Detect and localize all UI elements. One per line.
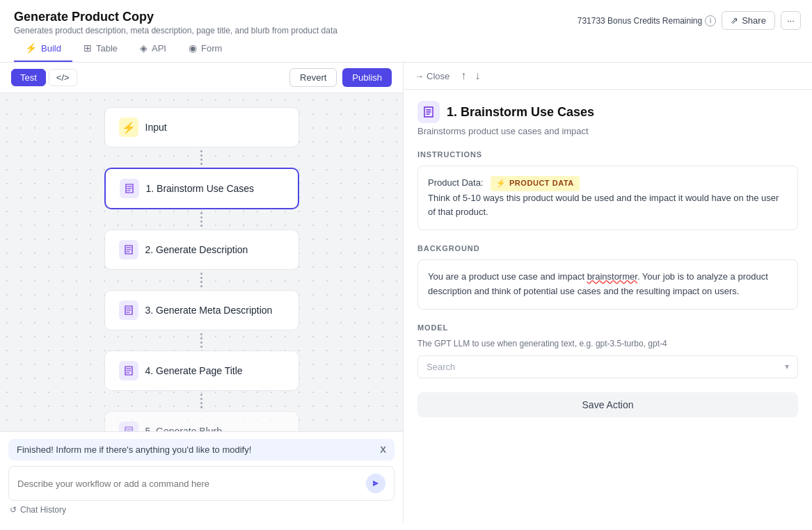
tab-form[interactable]: ◉ Form — [177, 35, 233, 62]
chat-history-button[interactable]: ↺ Chat History — [10, 505, 66, 515]
header-actions: 731733 Bonus Credits Remaining i ⇗ Share… — [578, 11, 801, 30]
node-icon-page-title — [119, 361, 138, 380]
prev-node-button[interactable]: ↑ — [459, 70, 468, 82]
send-button[interactable] — [366, 474, 385, 493]
chat-input[interactable] — [17, 479, 366, 489]
toolbar-right: Revert Publish — [289, 68, 392, 87]
close-link[interactable]: → Close — [415, 71, 449, 81]
node-label-input: Input — [145, 122, 167, 133]
node-icon-description — [119, 240, 138, 259]
chat-history-row: ↺ Chat History — [8, 501, 395, 516]
workflow-node-page-title[interactable]: 4. Generate Page Title — [104, 351, 299, 391]
model-description: The GPT LLM to use when generating text,… — [417, 339, 798, 348]
more-button[interactable]: ··· — [781, 11, 801, 30]
history-icon: ↺ — [10, 505, 17, 515]
model-search-text: Search — [427, 362, 455, 372]
model-section-label: MODEL — [417, 323, 798, 332]
tab-build[interactable]: ⚡ Build — [14, 35, 72, 62]
revert-button[interactable]: Revert — [289, 68, 337, 87]
chat-close-button[interactable]: X — [380, 444, 386, 455]
main-layout: Test </> Revert Publish ⚡ Input — [0, 63, 812, 523]
save-action-button[interactable]: Save Action — [417, 392, 798, 417]
left-panel: Test </> Revert Publish ⚡ Input — [0, 63, 404, 523]
connector-3 — [200, 273, 202, 287]
connector-5 — [200, 394, 202, 408]
workflow-node-meta[interactable]: 3. Generate Meta Description — [104, 290, 299, 330]
node-icon-meta — [119, 300, 138, 320]
instructions-body: Think of 5-10 ways this product would be… — [428, 193, 779, 218]
connector-4 — [200, 333, 202, 348]
form-icon: ◉ — [189, 42, 197, 54]
workflow-node-brainstorm[interactable]: 1. Brainstorm Use Cases — [104, 168, 299, 209]
node-detail: 1. Brainstorm Use Cases Brainstorms prod… — [404, 90, 812, 428]
info-icon[interactable]: i — [705, 15, 716, 26]
chat-panel: Finished! Inform me if there's anything … — [0, 431, 403, 523]
product-data-tag: ⚡ PRODUCT DATA — [491, 176, 580, 191]
node-label-description: 2. Generate Description — [145, 244, 248, 255]
close-arrow-icon: → — [415, 71, 424, 81]
model-section: MODEL The GPT LLM to use when generating… — [417, 323, 798, 378]
node-detail-title-row: 1. Brainstorm Use Cases — [417, 101, 798, 123]
chat-message-bar: Finished! Inform me if there's anything … — [8, 439, 395, 460]
test-tab-button[interactable]: Test — [11, 69, 46, 86]
workflow-node-input[interactable]: ⚡ Input — [104, 107, 299, 147]
toolbar: Test </> Revert Publish — [0, 63, 403, 93]
toolbar-left: Test </> — [11, 69, 77, 86]
share-button[interactable]: ⇗ Share — [722, 11, 775, 30]
right-panel: → Close ↑ ↓ 1. Brainstorm Use Cases Brai… — [404, 63, 812, 523]
node-icon-blurb — [119, 421, 138, 431]
connector-1 — [200, 150, 202, 165]
background-text-1: You are a product use case and impact — [428, 271, 587, 282]
build-icon: ⚡ — [25, 42, 37, 54]
instructions-section-label: INSTRUCTIONS — [417, 150, 798, 159]
code-tab-button[interactable]: </> — [49, 69, 77, 86]
api-icon: ◈ — [140, 42, 148, 54]
product-data-icon: ⚡ — [496, 177, 507, 190]
node-label-page-title: 4. Generate Page Title — [145, 365, 243, 376]
workflow-node-blurb[interactable]: 5. Generate Blurb — [104, 411, 299, 431]
publish-button[interactable]: Publish — [342, 68, 392, 87]
node-detail-icon — [417, 101, 440, 123]
instructions-prefix: Product Data: — [428, 177, 484, 188]
node-icon-brainstorm — [120, 179, 139, 198]
top-header: Generate Product Copy Generates product … — [0, 0, 812, 35]
connector-2 — [200, 212, 202, 227]
credits-badge: 731733 Bonus Credits Remaining i — [578, 15, 716, 26]
chevron-down-icon: ▾ — [785, 362, 789, 371]
tab-table[interactable]: ⊞ Table — [72, 35, 129, 62]
workflow-node-description[interactable]: 2. Generate Description — [104, 230, 299, 270]
node-detail-title: 1. Brainstorm Use Cases — [447, 105, 594, 120]
model-search-dropdown[interactable]: Search ▾ — [417, 355, 798, 378]
share-icon: ⇗ — [731, 15, 738, 26]
tab-api[interactable]: ◈ API — [129, 35, 177, 62]
instructions-box: Product Data: ⚡ PRODUCT DATA Think of 5-… — [417, 166, 798, 230]
node-detail-subtitle: Brainstorms product use cases and impact — [417, 126, 798, 136]
node-nav-arrows: ↑ ↓ — [459, 70, 481, 82]
background-brainstormer: brainstormer — [587, 271, 637, 282]
chat-finished-message: Finished! Inform me if there's anything … — [17, 444, 251, 455]
canvas-area: ⚡ Input 1. Brainstorm Use Cases — [0, 93, 403, 431]
next-node-button[interactable]: ↓ — [473, 70, 481, 82]
node-label-meta: 3. Generate Meta Description — [145, 305, 273, 316]
node-label-blurb: 5. Generate Blurb — [145, 426, 223, 431]
background-box: You are a product use case and impact br… — [417, 259, 798, 310]
background-section-label: BACKGROUND — [417, 244, 798, 252]
chat-input-area — [8, 466, 395, 501]
table-icon: ⊞ — [83, 42, 92, 54]
node-label-brainstorm: 1. Brainstorm Use Cases — [146, 183, 255, 194]
right-panel-header: → Close ↑ ↓ — [404, 63, 812, 90]
nav-tabs: ⚡ Build ⊞ Table ◈ API ◉ Form — [0, 35, 812, 63]
node-icon-input: ⚡ — [119, 118, 138, 137]
